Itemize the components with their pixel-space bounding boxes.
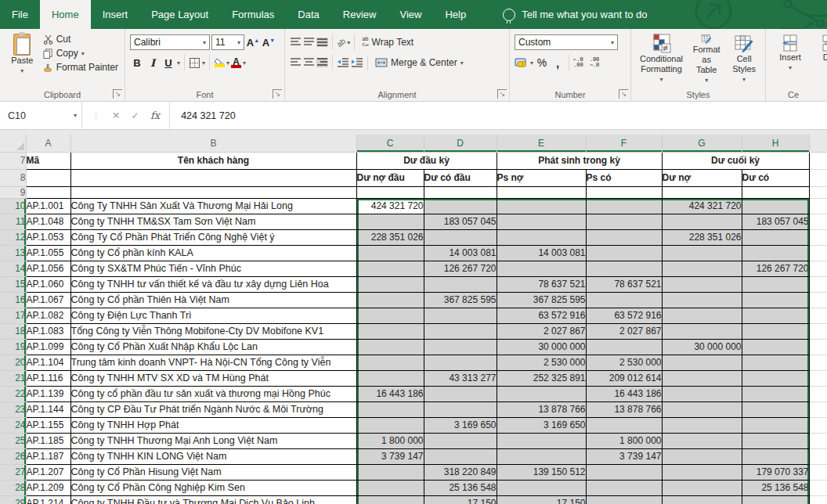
cell-C14[interactable] [356,261,424,276]
clipboard-dialog-launcher[interactable]: ↘ [113,89,122,99]
cell-E29[interactable]: 17 150 [497,495,586,504]
cell-C18[interactable] [356,323,424,339]
cell-G26[interactable] [662,448,742,464]
increase-decimal-button[interactable]: ←.0.00 [573,57,583,68]
cell-partial-27[interactable] [809,464,827,480]
cell-H12[interactable] [742,229,809,245]
cell-D25[interactable] [424,433,497,448]
cell-E18[interactable]: 2 027 867 [497,323,586,339]
cell-F9[interactable] [586,186,662,198]
cell-H28[interactable]: 25 136 548 [742,480,809,495]
tab-insert[interactable]: Insert [91,0,140,29]
cell-C20[interactable] [356,355,424,370]
cell-A13[interactable]: AP.1.055 [26,245,70,261]
cell-H8[interactable]: Dư có [742,169,809,186]
cell-G18[interactable] [662,323,742,339]
row-header-28[interactable]: 28 [0,480,26,495]
cell-D26[interactable] [424,448,497,464]
cell-E27[interactable]: 139 150 512 [497,464,586,480]
cell-A21[interactable]: AP.1.116 [26,370,70,386]
cell-C15[interactable] [356,276,424,292]
cell-partial-18[interactable] [809,323,827,339]
cell-A17[interactable]: AP.1.082 [26,308,70,323]
cell-H29[interactable] [742,495,809,504]
cell-G27[interactable] [662,464,742,480]
column-header-E[interactable]: E [497,135,586,152]
cell-E26[interactable] [497,448,586,464]
bold-button[interactable]: B [130,57,144,69]
cell-D29[interactable]: 17 150 [424,495,497,504]
cell-F17[interactable]: 63 572 916 [586,308,662,323]
cell-B27[interactable]: Công ty Cổ Phần Hisung Việt Nam [70,464,356,480]
cell-A12[interactable]: AP.1.053 [26,229,70,245]
row-header-17[interactable]: 17 [0,308,26,323]
cell-C9[interactable] [356,186,424,198]
align-left-button[interactable] [290,58,302,67]
cell-F25[interactable]: 1 800 000 [586,433,662,448]
font-color-caret-icon[interactable]: ▾ [243,59,246,67]
cell-H19[interactable] [742,339,809,355]
cell-D16[interactable]: 367 825 595 [424,292,497,308]
cell-partial-23[interactable] [809,401,827,417]
cell-G17[interactable] [662,308,742,323]
cell-E12[interactable] [497,229,586,245]
cell-D12[interactable] [424,229,497,245]
select-all-corner[interactable] [0,135,26,152]
cell-A18[interactable]: AP.1.083 [26,323,70,339]
cell-H20[interactable] [742,355,809,370]
format-as-table-button[interactable]: Format as Table ▾ [687,32,726,87]
orientation-caret-icon[interactable]: ▾ [347,39,350,46]
conditional-formatting-button[interactable]: ≠ Conditional Formatting ▾ [636,32,687,87]
cell-H9[interactable] [742,186,809,198]
row-header-21[interactable]: 21 [0,370,26,386]
cell-partial-26[interactable] [809,448,827,464]
cell-B9[interactable] [70,186,356,198]
row-header-14[interactable]: 14 [0,261,26,276]
cell-C12[interactable]: 228 351 026 [356,229,424,245]
row-header-10[interactable]: 10 [0,198,26,214]
cell-A7[interactable]: Mã [26,152,70,169]
cell-E10[interactable] [497,198,586,214]
cell-D21[interactable]: 43 313 277 [424,370,497,386]
cell-C27[interactable] [356,464,424,480]
cell-partial-11[interactable] [809,214,827,229]
cell-G12[interactable]: 228 351 026 [662,229,742,245]
cell-B24[interactable]: Công ty TNHH Hợp Phát [70,417,356,433]
cell-A10[interactable]: AP.1.001 [26,198,70,214]
cell-G14[interactable] [662,261,742,276]
cell-G10[interactable]: 424 321 720 [662,198,742,214]
cell-H24[interactable] [742,417,809,433]
cell-C10[interactable]: 424 321 720 [356,198,424,214]
number-format-select[interactable]: Custom ▾ [515,34,618,50]
row-header-11[interactable]: 11 [0,214,26,229]
tab-file[interactable]: File [0,0,40,29]
cell-H18[interactable] [742,323,809,339]
cell-D19[interactable] [424,339,497,355]
cell-partial-16[interactable] [809,292,827,308]
align-middle-button[interactable] [303,38,315,47]
cell-B16[interactable]: Công ty Cổ phần Thiên Hà Việt Nam [70,292,356,308]
cell-B15[interactable]: Công ty TNHH tư vấn thiết kế và đầu tư x… [70,276,356,292]
underline-button[interactable]: U [161,57,175,69]
decrease-decimal-button[interactable]: .00→.0 [590,57,600,68]
cell-A9[interactable] [26,186,70,198]
cell-partial-28[interactable] [809,480,827,495]
tab-formulas[interactable]: Formulas [220,0,286,29]
wrap-text-button[interactable]: abc↵ Wrap Text [359,35,417,49]
cut-button[interactable]: Cut [40,32,121,46]
cell-partial-19[interactable] [809,339,827,355]
cell-E23[interactable]: 13 878 766 [497,401,586,417]
row-header-13[interactable]: 13 [0,245,26,261]
cell-H16[interactable] [742,292,809,308]
cell-C23[interactable] [356,401,424,417]
cell-A26[interactable]: AP.1.187 [26,448,70,464]
cell-E17[interactable]: 63 572 916 [497,308,586,323]
cell-F19[interactable] [586,339,662,355]
column-header-G[interactable]: G [662,135,742,152]
italic-button[interactable]: I [146,57,160,69]
cell-C11[interactable] [356,214,424,229]
cell-F11[interactable] [586,214,662,229]
cell-G15[interactable] [662,276,742,292]
cell-partial-21[interactable] [809,370,827,386]
tab-help[interactable]: Help [433,0,478,29]
